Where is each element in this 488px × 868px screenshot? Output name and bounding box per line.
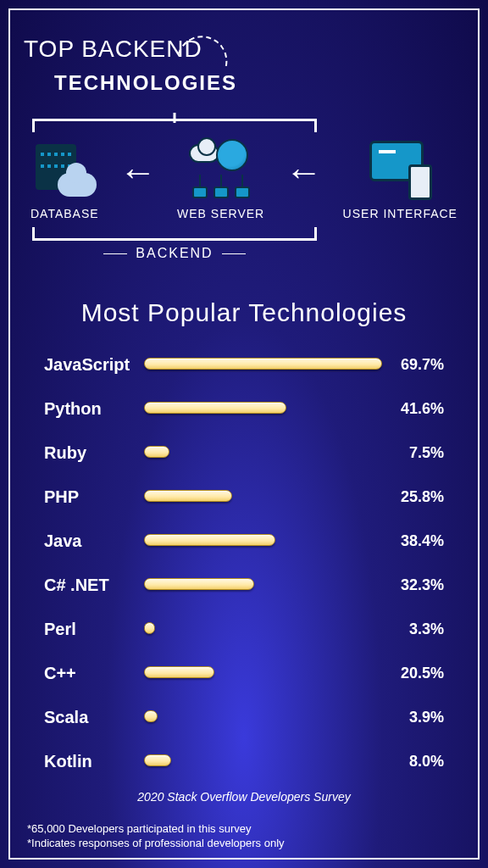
chart-row-label: Kotlin — [44, 752, 144, 771]
chart-row-label: JavaScript — [44, 355, 144, 375]
chart-bar — [144, 358, 382, 370]
chart-row: JavaScript69.7% — [44, 342, 444, 387]
chart-bar — [144, 622, 155, 634]
arch-database: DATABASE — [30, 139, 99, 220]
chart-title: Most Popular Technologies — [0, 298, 488, 327]
database-icon — [32, 139, 97, 200]
chart-row: C++20.5% — [44, 651, 444, 695]
chart-row-value: 69.7% — [383, 356, 444, 374]
chart-row-label: C# .NET — [44, 576, 144, 595]
footnote-b: *Indicates responses of professional dev… — [27, 836, 285, 851]
chart-row: Scala3.9% — [44, 695, 444, 739]
chart-bar-track — [144, 446, 383, 459]
chart-bar-track — [144, 402, 383, 415]
chart-bar-track — [144, 666, 383, 680]
chart-row: Java38.4% — [44, 519, 444, 563]
footnote-a: *65,000 Developers participated in this … — [27, 821, 285, 837]
bracket-top-icon — [32, 119, 317, 132]
chart-bar — [144, 578, 254, 590]
page-title: TOP BACKEND TECHNOLOGIES — [24, 24, 238, 95]
bar-chart: JavaScript69.7%Python41.6%Ruby7.5%PHP25.… — [44, 342, 444, 783]
chart-bar — [144, 534, 275, 546]
chart-row-label: Scala — [44, 708, 144, 727]
chart-row-label: Java — [44, 531, 144, 551]
chart-row-value: 25.8% — [383, 488, 444, 506]
arch-webserver-label: WEB SERVER — [177, 207, 264, 220]
footnotes: *65,000 Developers participated in this … — [27, 821, 285, 851]
chart-row-value: 7.5% — [383, 444, 444, 462]
chart-bar — [144, 754, 171, 766]
bracket-bottom-icon — [32, 227, 317, 241]
chart-bar-track — [144, 490, 383, 504]
arch-ui: USER INTERFACE — [343, 139, 458, 220]
user-interface-icon — [368, 139, 432, 200]
chart-row-value: 3.3% — [383, 620, 444, 638]
chart-row-value: 41.6% — [383, 400, 444, 418]
chart-row: Perl3.3% — [44, 607, 444, 651]
chart-bar-track — [144, 534, 383, 548]
chart-bar-track — [144, 358, 383, 371]
chart-bar — [144, 666, 214, 678]
arch-ui-label: USER INTERFACE — [343, 207, 458, 220]
arrow-left-icon: ← — [285, 153, 322, 191]
webserver-icon — [189, 139, 253, 200]
chart-row-value: 20.5% — [383, 665, 444, 682]
chart-row-value: 3.9% — [383, 709, 444, 726]
chart-row-value: 8.0% — [383, 753, 444, 771]
chart-source: 2020 Stack Overflow Developers Survey — [0, 790, 488, 804]
chart-bar — [144, 446, 169, 458]
chart-row: Kotlin8.0% — [44, 739, 444, 783]
arch-database-label: DATABASE — [30, 207, 99, 220]
chart-row-label: PHP — [44, 487, 144, 507]
chart-row-value: 38.4% — [383, 532, 444, 550]
chart-row-value: 32.3% — [383, 576, 444, 594]
arrow-left-icon: ← — [119, 153, 157, 191]
chart-row-label: Perl — [44, 620, 144, 639]
chart-bar — [144, 402, 286, 414]
chart-row: C# .NET32.3% — [44, 563, 444, 607]
chart-row: PHP25.8% — [44, 475, 444, 519]
architecture-diagram: DATABASE ← WEB SERVER ← USER INTERFACE B… — [30, 119, 458, 261]
chart-bar-track — [144, 622, 383, 636]
chart-bar — [144, 710, 158, 722]
chart-bar-track — [144, 710, 383, 724]
chart-bar-track — [144, 754, 383, 768]
chart-row: Ruby7.5% — [44, 431, 444, 475]
chart-row-label: Ruby — [44, 443, 144, 463]
chart-bar-track — [144, 578, 383, 592]
chart-row-label: Python — [44, 399, 144, 419]
chart-bar — [144, 490, 232, 502]
chart-row-label: C++ — [44, 664, 144, 683]
chart-row: Python41.6% — [44, 387, 444, 431]
arch-webserver: WEB SERVER — [177, 139, 264, 220]
backend-group-label: BACKEND — [32, 246, 317, 261]
